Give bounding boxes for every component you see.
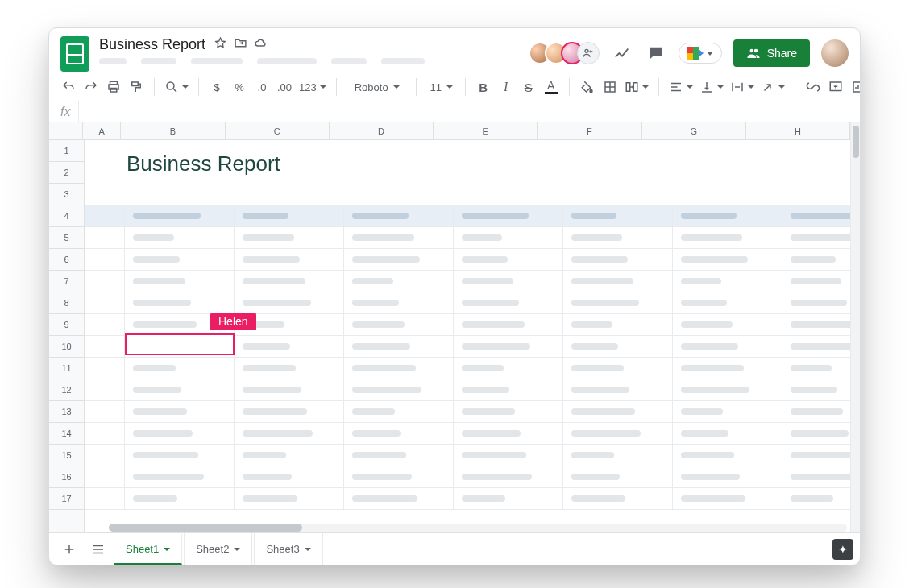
cell[interactable] [344,205,454,226]
cell[interactable] [125,358,235,379]
cell[interactable] [454,271,563,292]
cell[interactable] [235,292,344,313]
cell[interactable] [563,336,673,357]
text-color-icon[interactable]: A [542,77,561,97]
cell[interactable] [125,445,235,466]
cell[interactable] [85,292,125,313]
cell[interactable] [125,466,235,487]
row-header[interactable]: 7 [49,271,84,292]
row-header[interactable]: 9 [49,314,84,336]
sheets-logo-icon[interactable] [60,36,89,72]
cell[interactable] [235,423,344,444]
cell[interactable] [344,445,454,466]
cell[interactable] [563,184,673,205]
cell[interactable] [454,466,563,487]
cell[interactable] [125,488,235,509]
cell[interactable] [673,336,782,357]
all-sheets-button[interactable] [85,536,112,563]
decrease-decimal-icon[interactable]: .0 [252,77,272,97]
cell[interactable] [235,466,344,487]
row-header[interactable]: 13 [49,401,84,423]
paint-format-icon[interactable] [127,77,146,97]
cell[interactable] [673,292,782,313]
cell[interactable] [563,466,673,487]
cell[interactable] [563,445,673,466]
merge-cells-dropdown[interactable] [623,77,650,97]
cell[interactable] [563,401,673,422]
cell[interactable] [454,314,563,335]
cell[interactable] [673,227,782,248]
cell[interactable] [85,140,125,161]
row-header[interactable]: 17 [49,488,84,510]
cell[interactable] [235,271,344,292]
cell[interactable] [673,358,782,379]
cell[interactable] [85,227,125,248]
increase-decimal-icon[interactable]: .00 [275,77,294,97]
move-folder-icon[interactable] [234,36,247,53]
column-header[interactable]: G [642,122,746,139]
cell[interactable] [782,336,850,357]
cell[interactable] [563,249,673,270]
cell[interactable] [673,271,782,292]
cell[interactable] [563,488,673,509]
percent-format-icon[interactable]: % [230,77,249,97]
add-sheet-button[interactable] [56,536,83,563]
cell[interactable] [782,205,850,226]
cell[interactable] [563,140,673,161]
column-header[interactable]: F [538,122,641,139]
cell[interactable] [344,336,454,357]
cell[interactable] [125,205,235,226]
row-header[interactable]: 16 [49,466,84,488]
cell[interactable] [344,314,454,335]
cell[interactable] [85,184,125,205]
cell[interactable] [454,162,563,183]
insert-chart-icon[interactable] [849,77,860,97]
cell[interactable] [673,162,782,183]
cell[interactable] [673,205,782,226]
cloud-status-icon[interactable] [254,36,268,53]
column-header[interactable]: A [83,122,122,139]
column-header[interactable]: D [330,122,434,139]
cell[interactable] [85,358,125,379]
cell[interactable] [563,205,673,226]
account-avatar[interactable] [821,39,849,67]
cell[interactable] [673,466,782,487]
row-header[interactable]: 8 [49,292,84,314]
cell[interactable] [344,249,454,270]
cell[interactable] [85,379,125,400]
cell[interactable] [782,401,850,422]
cell[interactable] [782,184,850,205]
row-header[interactable]: 3 [49,184,84,205]
cells-area[interactable]: Helen Business Report [85,140,850,532]
sheet-tab[interactable]: Sheet2 [184,533,252,565]
cell[interactable] [85,488,125,509]
insert-link-icon[interactable] [803,77,823,97]
cell[interactable] [344,358,454,379]
cell[interactable] [235,488,344,509]
cell[interactable] [344,401,454,422]
row-header[interactable]: 11 [49,358,84,379]
cell[interactable] [673,379,782,400]
cell[interactable] [125,379,235,400]
font-size-dropdown[interactable]: 11 [425,77,457,97]
horizontal-scrollbar[interactable] [85,523,850,532]
cell[interactable] [85,162,125,183]
vertical-scrollbar[interactable] [850,122,860,532]
cell[interactable] [673,140,782,161]
cell[interactable] [454,488,563,509]
cell[interactable] [344,227,454,248]
cell[interactable] [782,358,850,379]
cell[interactable] [344,140,454,161]
cell[interactable] [782,423,850,444]
cell[interactable] [454,249,563,270]
chevron-down-icon[interactable] [305,548,311,551]
cell[interactable] [563,292,673,313]
cell[interactable] [125,292,235,313]
cell[interactable] [782,379,850,400]
meet-button[interactable] [679,43,722,64]
version-history-icon[interactable] [611,42,633,64]
cell[interactable] [125,184,235,205]
cell[interactable] [782,162,850,183]
cell[interactable] [235,379,344,400]
cell[interactable] [85,205,125,226]
